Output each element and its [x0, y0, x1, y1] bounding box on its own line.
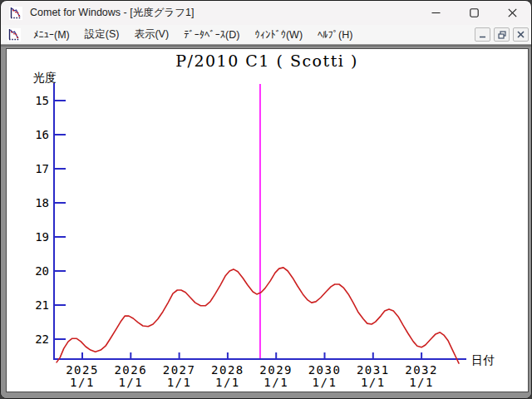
minimize-icon	[431, 8, 441, 17]
x-tick-label: 2028	[211, 363, 244, 377]
mdi-child-buttons	[475, 27, 529, 42]
y-tick-label: 16	[35, 128, 49, 141]
y-tick-label: 15	[35, 94, 49, 107]
app-window: Comet for Windows - [光度グラフ1]	[0, 0, 532, 399]
menu-item-window[interactable]: ｳｨﾝﾄﾞｳ(W)	[247, 27, 310, 42]
magnitude-curve	[57, 268, 459, 363]
mdi-close-icon	[517, 31, 525, 38]
x-tick-label: 2032	[405, 363, 438, 377]
chart-client-area: 151617181920212220251/120261/120271/1202…	[6, 48, 529, 392]
x-tick-label: 2026	[114, 363, 147, 377]
close-button[interactable]	[493, 1, 531, 25]
x-tick-label: 2025	[66, 363, 99, 377]
x-tick-label: 2030	[308, 363, 342, 377]
mdi-minimize-button[interactable]	[475, 27, 490, 42]
menu-item-database[interactable]: ﾃﾞｰﾀﾍﾞｰｽ(D)	[176, 27, 247, 42]
window-frame: 151617181920212220251/120261/120271/1202…	[1, 45, 531, 398]
maximize-icon	[470, 8, 479, 17]
app-icon comet-lightcurve-icon	[9, 7, 22, 20]
menu-item-help[interactable]: ﾍﾙﾌﾟ(H)	[310, 27, 360, 42]
y-tick-label: 21	[35, 298, 49, 312]
mdi-system-menu-icon comet-lightcurve-icon[interactable]	[7, 28, 21, 42]
menu-items: ﾒﾆｭｰ(M)設定(S)表示(V)ﾃﾞｰﾀﾍﾞｰｽ(D)ｳｨﾝﾄﾞｳ(W)ﾍﾙﾌ…	[26, 26, 360, 43]
menu-item-settings[interactable]: 設定(S)	[77, 26, 127, 43]
close-icon	[508, 8, 517, 17]
maximize-button[interactable]	[455, 1, 493, 25]
mdi-restore-button[interactable]	[494, 27, 510, 42]
x-tick-sublabel: 1/1	[361, 376, 386, 389]
x-tick-sublabel: 1/1	[70, 376, 95, 389]
x-tick-sublabel: 1/1	[264, 376, 288, 389]
x-tick-label: 2029	[259, 363, 293, 377]
y-tick-label: 18	[35, 196, 49, 209]
y-tick-label: 17	[35, 162, 49, 175]
x-tick-sublabel: 1/1	[313, 376, 337, 389]
y-tick-label: 19	[35, 230, 49, 244]
light-curve-chart: 151617181920212220251/120261/120271/1202…	[7, 49, 528, 392]
x-tick-label: 2027	[163, 363, 196, 377]
x-tick-sublabel: 1/1	[409, 376, 434, 389]
y-axis-label: 光度	[33, 71, 57, 84]
menu-item-view[interactable]: 表示(V)	[126, 26, 176, 43]
mdi-minimize-icon	[479, 31, 486, 38]
mdi-close-button[interactable]	[513, 27, 529, 42]
x-tick-sublabel: 1/1	[118, 376, 143, 389]
y-tick-label: 22	[35, 332, 49, 346]
x-axis-label: 日付	[471, 353, 495, 367]
title-bar[interactable]: Comet for Windows - [光度グラフ1]	[1, 1, 531, 25]
minimize-button[interactable]	[416, 1, 455, 25]
menu-bar: ﾒﾆｭｰ(M)設定(S)表示(V)ﾃﾞｰﾀﾍﾞｰｽ(D)ｳｨﾝﾄﾞｳ(W)ﾍﾙﾌ…	[1, 25, 531, 45]
x-tick-sublabel: 1/1	[215, 376, 240, 389]
x-tick-sublabel: 1/1	[167, 376, 192, 389]
window-title: Comet for Windows - [光度グラフ1]	[30, 6, 194, 20]
x-tick-label: 2031	[357, 363, 390, 377]
caption-buttons	[416, 1, 531, 25]
mdi-restore-icon	[498, 31, 506, 39]
chart-title: P/2010 C1 ( Scotti )	[175, 52, 358, 70]
y-tick-label: 20	[35, 264, 49, 278]
menu-item-menu[interactable]: ﾒﾆｭｰ(M)	[26, 27, 77, 42]
